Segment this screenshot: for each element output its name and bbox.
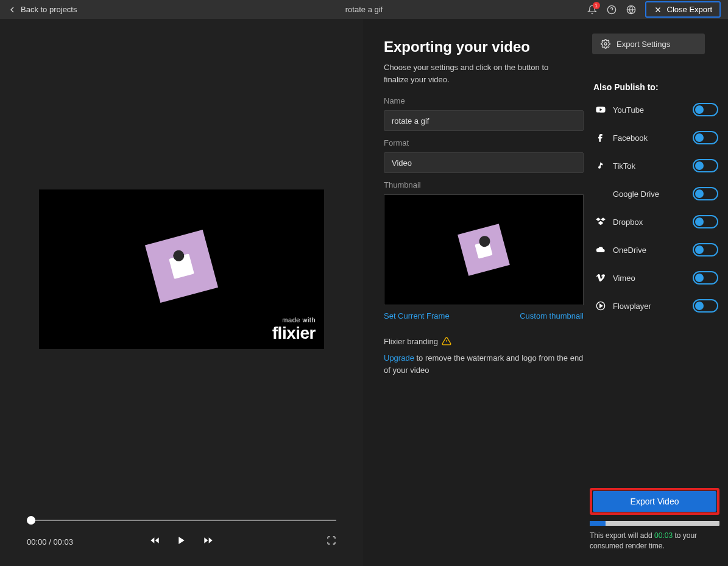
export-video-button[interactable]: Export Video	[593, 491, 716, 512]
publish-label: Flowplayer	[613, 302, 651, 311]
back-label: Back to projects	[21, 5, 77, 14]
publish-label: Google Drive	[613, 189, 659, 199]
publish-item-vimeo: Vimeo	[592, 271, 718, 285]
time-display: 00:00 / 00:03	[27, 537, 73, 547]
main: made with flixier 00:00 / 00:03	[0, 19, 728, 566]
toggle-youtube[interactable]	[693, 103, 718, 116]
render-progress	[590, 521, 719, 526]
player-controls: 00:00 / 00:03	[0, 520, 363, 566]
render-note: This export will add 00:03 to your consu…	[590, 531, 719, 551]
export-settings-label: Export Settings	[617, 40, 670, 49]
scrub-bar[interactable]	[27, 520, 336, 521]
svg-marker-15	[600, 304, 603, 307]
watermark: made with flixier	[272, 316, 316, 343]
play-button[interactable]	[177, 536, 186, 548]
publish-item-googledrive: Google Drive	[592, 187, 718, 200]
svg-point-13	[604, 43, 607, 45]
publish-item-flowplayer: Flowplayer	[592, 299, 718, 313]
cup-graphic	[475, 241, 492, 258]
upgrade-text: Upgrade to remove the watermark and logo…	[384, 352, 584, 376]
toggle-vimeo[interactable]	[693, 271, 718, 285]
facebook-icon	[595, 132, 607, 144]
scrub-thumb[interactable]	[27, 516, 35, 525]
close-export-label: Close Export	[667, 5, 712, 14]
notification-badge: 1	[593, 2, 600, 9]
video-preview[interactable]: made with flixier	[39, 189, 324, 349]
tiktok-icon	[595, 160, 607, 172]
forward-button[interactable]	[203, 536, 213, 548]
svg-marker-7	[155, 537, 159, 543]
publish-item-dropbox: Dropbox	[592, 215, 718, 228]
preview-canvas: made with flixier	[0, 19, 363, 520]
toggle-onedrive[interactable]	[693, 243, 718, 256]
svg-marker-9	[209, 537, 213, 543]
svg-marker-8	[178, 537, 184, 544]
export-heading: Exporting your video	[384, 38, 575, 55]
gear-icon	[601, 39, 610, 49]
close-icon	[654, 5, 662, 14]
toggle-googledrive[interactable]	[693, 187, 718, 200]
export-footer: Export Video This export will add 00:03 …	[590, 488, 719, 551]
publish-item-onedrive: OneDrive	[592, 243, 718, 256]
svg-marker-10	[204, 537, 208, 543]
watermark-brand: flixier	[272, 324, 316, 343]
export-button-highlight: Export Video	[590, 488, 719, 515]
play-controls	[150, 536, 213, 548]
vimeo-icon	[595, 272, 607, 284]
publish-label: Dropbox	[613, 218, 643, 227]
publish-item-tiktok: TikTok	[592, 159, 718, 172]
thumbnail-content	[458, 224, 510, 276]
also-publish-heading: Also Publish to:	[593, 82, 718, 92]
onedrive-icon	[595, 244, 607, 256]
topbar: Back to projects rotate a gif 1 Close Ex…	[0, 0, 728, 19]
thumbnail-preview[interactable]	[384, 194, 584, 305]
publish-item-facebook: Facebook	[592, 131, 718, 144]
set-current-frame-link[interactable]: Set Current Frame	[384, 311, 450, 320]
branding-label: Flixier branding	[384, 337, 438, 346]
publish-column: Export Settings Also Publish to: YouTube…	[588, 19, 726, 566]
publish-label: Vimeo	[613, 274, 635, 283]
export-panel: Exporting your video Choose your setting…	[363, 19, 728, 566]
name-input[interactable]: rotate a gif	[384, 110, 584, 131]
close-export-button[interactable]: Close Export	[645, 1, 721, 18]
upgrade-link[interactable]: Upgrade	[384, 353, 414, 363]
warning-icon	[442, 336, 451, 346]
export-settings-button[interactable]: Export Settings	[592, 34, 705, 54]
publish-label: OneDrive	[613, 246, 646, 255]
notifications-icon[interactable]: 1	[587, 4, 598, 15]
project-title: rotate a gif	[345, 5, 383, 14]
toggle-dropbox[interactable]	[693, 215, 718, 228]
toggle-tiktok[interactable]	[693, 159, 718, 172]
svg-marker-6	[150, 537, 154, 543]
format-label: Format	[384, 138, 575, 147]
publish-label: Facebook	[613, 133, 648, 143]
format-select[interactable]: Video	[384, 152, 584, 173]
help-icon[interactable]	[606, 4, 617, 15]
custom-thumbnail-link[interactable]: Custom thumbnail	[520, 311, 584, 320]
fullscreen-button[interactable]	[327, 536, 336, 548]
name-label: Name	[384, 96, 575, 105]
language-icon[interactable]	[626, 4, 637, 15]
chevron-left-icon	[7, 5, 17, 15]
preview-pane: made with flixier 00:00 / 00:03	[0, 19, 363, 566]
settings-column: Exporting your video Choose your setting…	[363, 19, 588, 566]
googledrive-icon	[595, 188, 607, 200]
cup-graphic	[169, 253, 194, 279]
publish-label: YouTube	[613, 105, 644, 115]
toggle-facebook[interactable]	[693, 131, 718, 144]
publish-item-youtube: YouTube	[592, 103, 718, 116]
flowplayer-icon	[595, 300, 607, 312]
export-description: Choose your settings and click on the bu…	[384, 62, 575, 85]
topbar-right: 1 Close Export	[587, 1, 721, 18]
thumbnail-label: Thumbnail	[384, 180, 575, 189]
rewind-button[interactable]	[150, 536, 160, 548]
toggle-flowplayer[interactable]	[693, 299, 718, 313]
youtube-icon	[595, 104, 607, 116]
preview-content	[145, 230, 218, 303]
watermark-small: made with	[272, 316, 316, 324]
render-progress-fill	[590, 521, 606, 526]
dropbox-icon	[595, 216, 607, 228]
back-to-projects-button[interactable]: Back to projects	[7, 5, 77, 15]
publish-label: TikTok	[613, 161, 635, 171]
